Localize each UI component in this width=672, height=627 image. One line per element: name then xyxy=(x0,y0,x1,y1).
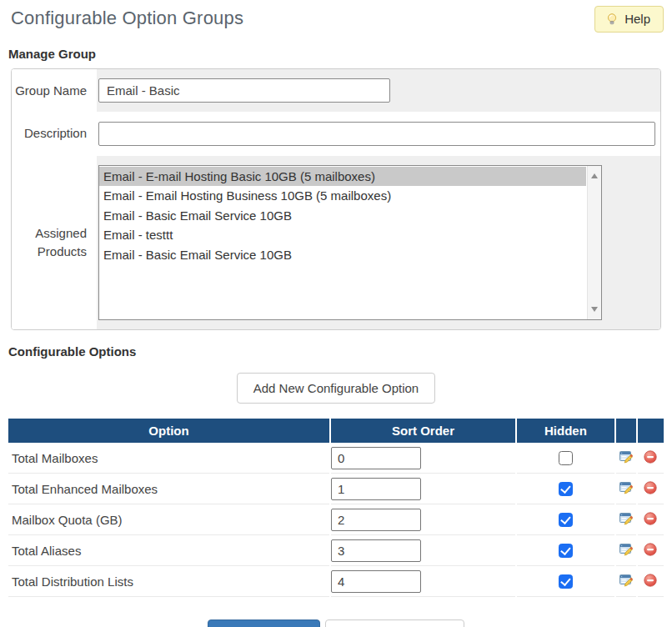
lightbulb-icon xyxy=(605,13,619,26)
help-button-label: Help xyxy=(624,12,650,26)
option-name: Total Enhanced Mailboxes xyxy=(8,474,329,504)
page-container: Configurable Option Groups Help Manage G… xyxy=(0,0,672,627)
table-row: Total Distribution Lists xyxy=(8,566,664,597)
manage-group-form: Group Name Description Assigned Products… xyxy=(11,68,661,330)
back-to-groups-list-button[interactable]: Back to Groups List xyxy=(325,619,464,627)
assigned-product-option[interactable]: Email - E-mail Hosting Basic 10GB (5 mai… xyxy=(99,167,586,186)
option-name: Total Mailboxes xyxy=(8,443,329,474)
delete-icon[interactable] xyxy=(644,481,657,494)
table-row: Total Enhanced Mailboxes xyxy=(8,474,664,504)
edit-icon[interactable] xyxy=(619,574,633,587)
group-name-row: Group Name xyxy=(12,69,660,112)
sort-order-input[interactable] xyxy=(331,570,421,593)
group-name-label: Group Name xyxy=(12,69,97,112)
description-label: Description xyxy=(12,112,97,155)
options-table-header-row: Option Sort Order Hidden xyxy=(8,419,664,443)
listbox-scrollbar[interactable] xyxy=(587,166,601,319)
hidden-checkbox[interactable] xyxy=(559,544,573,558)
scroll-down-icon[interactable] xyxy=(591,307,598,312)
assigned-products-row: Assigned Products Email - E-mail Hosting… xyxy=(12,155,660,329)
table-row: Total Aliases xyxy=(8,535,664,566)
assigned-product-option[interactable]: Email - Email Hosting Business 10GB (5 m… xyxy=(99,186,586,205)
page-header: Configurable Option Groups Help xyxy=(8,6,664,33)
delete-icon[interactable] xyxy=(644,512,657,525)
table-row: Total Mailboxes xyxy=(8,443,664,474)
option-name: Mailbox Quota (GB) xyxy=(8,504,329,535)
sort-order-input[interactable] xyxy=(331,539,421,562)
sort-order-input[interactable] xyxy=(331,478,421,500)
hidden-checkbox[interactable] xyxy=(559,513,573,527)
assigned-products-options: Email - E-mail Hosting Basic 10GB (5 mai… xyxy=(99,167,586,264)
edit-icon[interactable] xyxy=(619,481,633,494)
hidden-checkbox[interactable] xyxy=(559,482,573,496)
column-header-sort-order: Sort Order xyxy=(331,419,515,443)
edit-icon[interactable] xyxy=(619,512,633,525)
delete-icon[interactable] xyxy=(644,450,657,464)
column-header-delete xyxy=(638,419,664,443)
edit-icon[interactable] xyxy=(619,450,633,464)
description-row: Description xyxy=(12,112,660,155)
option-name: Total Aliases xyxy=(8,535,329,566)
help-button[interactable]: Help xyxy=(594,6,664,33)
manage-group-heading: Manage Group xyxy=(8,47,664,61)
hidden-checkbox[interactable] xyxy=(559,574,573,589)
column-header-hidden: Hidden xyxy=(517,419,614,443)
sort-order-input[interactable] xyxy=(331,447,421,469)
options-table: Option Sort Order Hidden Total Mailboxes… xyxy=(7,419,665,597)
footer-actions: Save Changes Back to Groups List xyxy=(8,619,664,627)
edit-icon[interactable] xyxy=(619,543,633,556)
delete-icon[interactable] xyxy=(644,543,657,556)
column-header-option: Option xyxy=(8,419,329,443)
assigned-products-listbox[interactable]: Email - E-mail Hosting Basic 10GB (5 mai… xyxy=(98,165,602,320)
assigned-products-label: Assigned Products xyxy=(12,155,97,329)
option-name: Total Distribution Lists xyxy=(8,566,329,597)
column-header-edit xyxy=(616,419,636,443)
assigned-product-option[interactable]: Email - testtt xyxy=(99,225,586,244)
scroll-up-icon[interactable] xyxy=(591,173,598,178)
sort-order-input[interactable] xyxy=(331,509,421,531)
description-input[interactable] xyxy=(98,122,655,146)
assigned-product-option[interactable]: Email - Basic Email Service 10GB xyxy=(99,206,586,225)
save-changes-button[interactable]: Save Changes xyxy=(208,619,319,627)
add-new-configurable-option-button[interactable]: Add New Configurable Option xyxy=(237,373,435,404)
delete-icon[interactable] xyxy=(644,574,657,587)
table-row: Mailbox Quota (GB) xyxy=(8,504,664,535)
assigned-product-option[interactable]: Email - Basic Email Service 10GB xyxy=(99,245,586,264)
configurable-options-heading: Configurable Options xyxy=(8,344,664,359)
page-title: Configurable Option Groups xyxy=(8,6,243,29)
group-name-input[interactable] xyxy=(98,78,390,103)
hidden-checkbox[interactable] xyxy=(559,451,573,465)
